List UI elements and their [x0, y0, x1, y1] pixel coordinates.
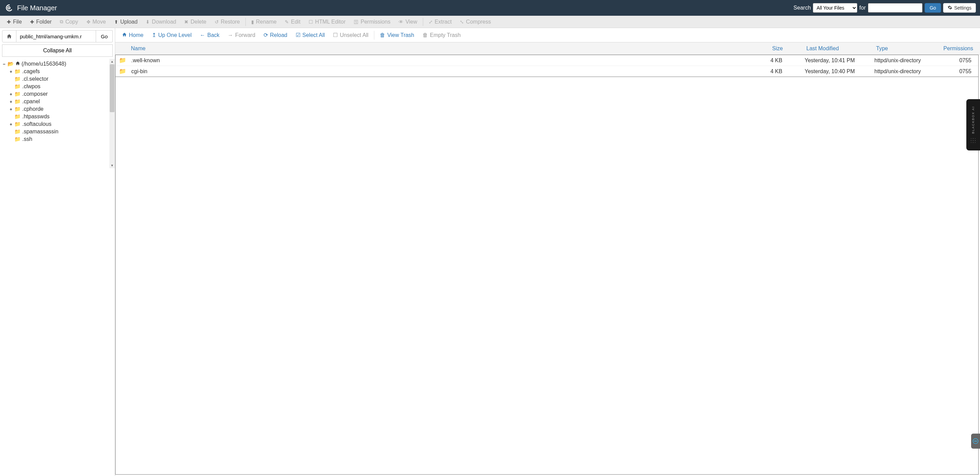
folder-button[interactable]: ✚Folder: [26, 17, 56, 27]
tree-wrapper: − 📂 (/home/u1563648) +📁.cagefs📁.cl.selec…: [0, 59, 115, 476]
collapse-all-button[interactable]: Collapse All: [2, 45, 113, 57]
delete-button[interactable]: ✖Delete: [180, 17, 210, 27]
tree-item[interactable]: 📁.cl.selector: [2, 75, 107, 83]
home-icon-button[interactable]: [2, 30, 16, 42]
teamviewer-icon: [972, 438, 978, 444]
up-one-button[interactable]: ↥Up One Level: [148, 30, 196, 40]
tree-item[interactable]: +📁.cpanel: [2, 98, 107, 105]
svg-point-0: [8, 7, 10, 9]
folder-icon: 📁: [14, 121, 21, 127]
compress-icon: ⤡: [460, 19, 464, 25]
key-icon: ⚿: [354, 19, 359, 25]
file-button[interactable]: ✚File: [3, 17, 26, 27]
forward-button[interactable]: →Forward: [224, 30, 259, 40]
blackbox-label: BLACKBOX AI: [972, 106, 975, 134]
blackbox-ai-tab[interactable]: BLACKBOX AI: [966, 99, 980, 150]
permissions-button[interactable]: ⚿Permissions: [350, 17, 395, 27]
extract-button[interactable]: ⤢Extract: [425, 17, 456, 27]
plus-icon[interactable]: +: [9, 69, 13, 74]
separator: [423, 18, 423, 26]
tree-item[interactable]: 📁.spamassassin: [2, 128, 107, 135]
unselect-all-button[interactable]: ☐Unselect All: [329, 30, 372, 40]
search-input[interactable]: [868, 3, 923, 13]
cell-name: cgi-bin: [129, 68, 770, 75]
header-right: Search All Your Files for Go Settings: [793, 3, 976, 13]
dots-icon: [970, 137, 976, 143]
path-go-button[interactable]: Go: [96, 30, 113, 42]
move-button[interactable]: ✥Move: [83, 17, 110, 27]
folder-icon: 📁: [14, 68, 21, 75]
tree-item[interactable]: 📁.clwpos: [2, 83, 107, 90]
tree-item[interactable]: +📁.composer: [2, 90, 107, 98]
tree-item[interactable]: +📁.cagefs: [2, 68, 107, 75]
folder-icon: 📁: [119, 57, 129, 64]
main-toolbar: ✚File ✚Folder ⧉Copy ✥Move ⬆Upload ⬇Downl…: [0, 16, 980, 28]
tree-scrollbar[interactable]: ▲ ▼: [110, 59, 115, 168]
tree-item[interactable]: +📁.cphorde: [2, 105, 107, 113]
restore-button[interactable]: ↺Restore: [210, 17, 244, 27]
restore-icon: ↺: [215, 19, 219, 25]
html-editor-button[interactable]: ☐HTML Editor: [305, 17, 350, 27]
folder-open-icon: 📂: [8, 61, 14, 67]
reload-icon: ⟳: [264, 32, 268, 38]
folder-icon: 📁: [14, 99, 21, 105]
tree-item[interactable]: +📁.softaculous: [2, 120, 107, 128]
settings-button[interactable]: Settings: [943, 3, 976, 13]
plus-icon[interactable]: +: [9, 107, 13, 112]
header-left: File Manager: [4, 3, 57, 13]
scroll-down-icon[interactable]: ▼: [110, 163, 115, 168]
col-type-header[interactable]: Type: [876, 46, 939, 52]
download-button[interactable]: ⬇Download: [142, 17, 180, 27]
teamviewer-tab[interactable]: [971, 434, 980, 449]
col-permissions-header[interactable]: Permissions: [939, 46, 977, 52]
nav-home-button[interactable]: Home: [118, 30, 148, 40]
tree-item-label: .clwpos: [22, 83, 40, 89]
scroll-thumb[interactable]: [110, 64, 115, 112]
table-row[interactable]: 📁cgi-bin4 KBYesterday, 10:40 PMhttpd/uni…: [116, 66, 978, 77]
download-icon: ⬇: [146, 19, 150, 25]
search-scope-select[interactable]: All Your Files: [813, 3, 857, 13]
html-editor-icon: ☐: [309, 19, 313, 25]
back-button[interactable]: ←Back: [196, 30, 224, 40]
cell-type: httpd/unix-directory: [874, 57, 937, 64]
col-size-header[interactable]: Size: [772, 46, 807, 52]
rename-button[interactable]: ▮Rename: [247, 17, 281, 27]
folder-icon: 📁: [14, 113, 21, 120]
plus-icon[interactable]: +: [9, 122, 13, 127]
folder-icon: 📁: [14, 83, 21, 89]
path-bar: Go: [0, 28, 115, 45]
view-trash-button[interactable]: 🗑View Trash: [375, 30, 418, 40]
minus-icon[interactable]: −: [2, 62, 6, 67]
tree-item-label: .cagefs: [22, 68, 40, 75]
select-all-button[interactable]: ☑Select All: [291, 30, 329, 40]
tree-item-label: .spamassassin: [22, 129, 59, 135]
table-row[interactable]: 📁.well-known4 KBYesterday, 10:41 PMhttpd…: [116, 55, 978, 66]
tree-item-label: .cl.selector: [22, 76, 48, 82]
copy-button[interactable]: ⧉Copy: [56, 17, 82, 27]
plus-icon: ✚: [30, 19, 34, 25]
tree-item-label: .softaculous: [22, 121, 51, 127]
upload-button[interactable]: ⬆Upload: [110, 17, 142, 27]
path-input[interactable]: [16, 30, 96, 42]
view-button[interactable]: 👁View: [395, 17, 421, 27]
file-list[interactable]: 📁.well-known4 KBYesterday, 10:41 PMhttpd…: [115, 55, 978, 474]
edit-button[interactable]: ✎Edit: [281, 17, 305, 27]
cell-name: .well-known: [129, 57, 770, 64]
plus-icon[interactable]: +: [9, 99, 13, 104]
forward-arrow-icon: →: [228, 32, 233, 38]
scroll-up-icon[interactable]: ▲: [110, 59, 115, 64]
compress-button[interactable]: ⤡Compress: [456, 17, 495, 27]
reload-button[interactable]: ⟳Reload: [259, 30, 291, 40]
tree-item-label: .cpanel: [22, 99, 40, 105]
tree-item[interactable]: 📁.ssh: [2, 135, 107, 143]
col-name-header[interactable]: Name: [129, 46, 772, 52]
plus-icon[interactable]: +: [9, 92, 13, 97]
tree-item[interactable]: 📁.htpasswds: [2, 113, 107, 120]
tree-root[interactable]: − 📂 (/home/u1563648): [2, 60, 107, 68]
search-go-button[interactable]: Go: [924, 3, 941, 13]
folder-icon: 📁: [14, 136, 21, 142]
uncheck-icon: ☐: [333, 32, 338, 38]
for-label: for: [859, 5, 866, 11]
empty-trash-button[interactable]: 🗑Empty Trash: [418, 30, 465, 40]
col-modified-header[interactable]: Last Modified: [807, 46, 876, 52]
